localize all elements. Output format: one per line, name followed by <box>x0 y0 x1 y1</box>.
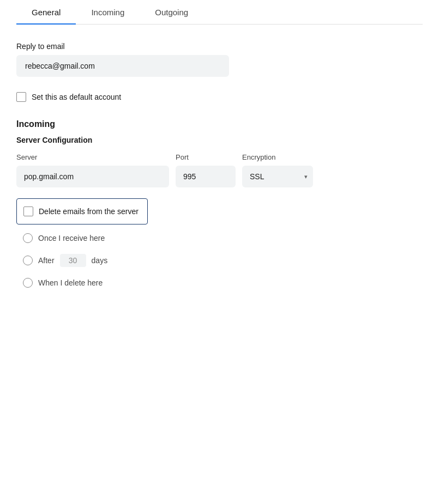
radio-after-days[interactable]: After days <box>23 254 423 267</box>
radio-when-delete[interactable]: When I delete here <box>23 278 423 288</box>
encryption-label: Encryption <box>242 153 313 161</box>
delete-emails-checkbox[interactable] <box>23 207 33 216</box>
radio-after-days-label-before: After <box>38 256 55 265</box>
radio-once-receive-button[interactable] <box>23 233 33 243</box>
port-column: Port <box>176 153 236 187</box>
tab-outgoing[interactable]: Outgoing <box>140 0 203 25</box>
radio-when-delete-button[interactable] <box>23 278 33 288</box>
incoming-heading: Incoming <box>16 119 423 129</box>
delete-emails-section[interactable]: Delete emails from the server <box>16 198 148 224</box>
reply-to-email-label: Reply to email <box>16 42 423 51</box>
tab-general[interactable]: General <box>16 0 76 25</box>
server-input[interactable] <box>16 166 169 187</box>
radio-once-receive-label: Once I receive here <box>38 234 105 242</box>
default-account-section[interactable]: Set this as default account <box>16 92 423 102</box>
server-config-heading: Server Configuration <box>16 136 423 144</box>
radio-after-days-label-after: days <box>92 256 108 265</box>
default-account-checkbox[interactable] <box>16 92 26 102</box>
encryption-select-wrapper: SSL TLS STARTTLS None ▾ <box>242 166 313 187</box>
radio-after-days-button[interactable] <box>23 256 33 265</box>
server-label: Server <box>16 153 169 161</box>
days-input[interactable] <box>60 254 86 267</box>
reply-to-email-input[interactable] <box>16 55 229 77</box>
server-config-grid: Server Port Encryption SSL TLS STARTTLS … <box>16 153 423 187</box>
port-input[interactable] <box>176 166 236 187</box>
server-column: Server <box>16 153 169 187</box>
radio-once-receive[interactable]: Once I receive here <box>23 233 423 243</box>
reply-to-email-section: Reply to email <box>16 42 423 77</box>
port-label: Port <box>176 153 236 161</box>
default-account-label: Set this as default account <box>32 93 121 101</box>
encryption-column: Encryption SSL TLS STARTTLS None ▾ <box>242 153 313 187</box>
tab-bar: General Incoming Outgoing <box>16 0 423 25</box>
tab-incoming[interactable]: Incoming <box>76 0 140 25</box>
radio-options-group: Once I receive here After days When I de… <box>16 233 423 288</box>
incoming-section: Incoming Server Configuration Server Por… <box>16 119 423 288</box>
radio-when-delete-label: When I delete here <box>38 278 103 287</box>
encryption-select[interactable]: SSL TLS STARTTLS None <box>242 166 313 187</box>
delete-emails-label: Delete emails from the server <box>39 207 139 216</box>
